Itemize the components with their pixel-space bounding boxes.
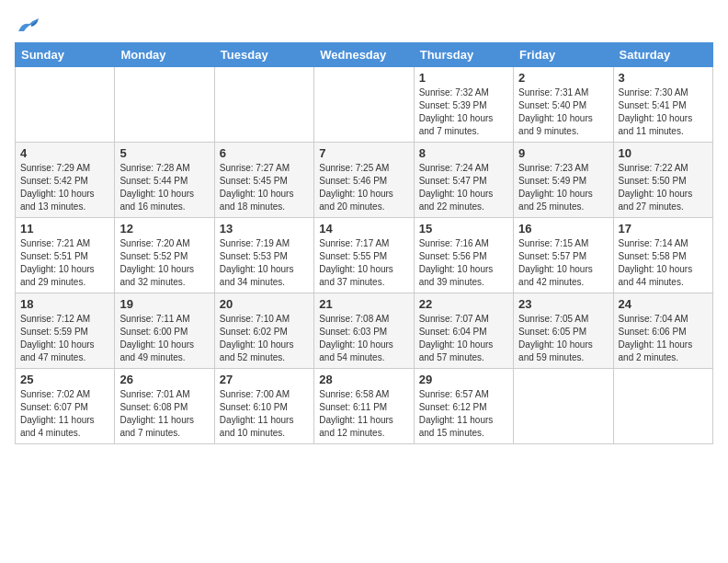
calendar-cell: 14Sunrise: 7:17 AMSunset: 5:55 PMDayligh… bbox=[314, 218, 414, 293]
day-number: 3 bbox=[619, 71, 708, 85]
day-info: Sunrise: 7:21 AMSunset: 5:51 PMDaylight:… bbox=[20, 237, 109, 289]
day-number: 17 bbox=[619, 222, 708, 236]
calendar-cell: 26Sunrise: 7:01 AMSunset: 6:08 PMDayligh… bbox=[115, 369, 214, 444]
day-of-week-header: Saturday bbox=[613, 43, 712, 67]
day-number: 16 bbox=[518, 222, 608, 236]
calendar-cell: 13Sunrise: 7:19 AMSunset: 5:53 PMDayligh… bbox=[214, 218, 313, 293]
calendar-cell: 10Sunrise: 7:22 AMSunset: 5:50 PMDayligh… bbox=[613, 143, 712, 218]
day-number: 27 bbox=[220, 373, 309, 386]
day-info: Sunrise: 7:02 AMSunset: 6:07 PMDaylight:… bbox=[20, 388, 109, 440]
calendar-cell bbox=[115, 67, 214, 143]
day-number: 29 bbox=[419, 373, 508, 386]
day-info: Sunrise: 6:57 AMSunset: 6:12 PMDaylight:… bbox=[419, 388, 508, 440]
day-info: Sunrise: 7:19 AMSunset: 5:53 PMDaylight:… bbox=[220, 237, 309, 289]
calendar-cell: 1Sunrise: 7:32 AMSunset: 5:39 PMDaylight… bbox=[414, 67, 513, 143]
day-number: 24 bbox=[619, 297, 708, 311]
day-info: Sunrise: 7:28 AMSunset: 5:44 PMDaylight:… bbox=[119, 162, 209, 213]
day-of-week-header: Friday bbox=[514, 43, 613, 67]
calendar-week-row: 18Sunrise: 7:12 AMSunset: 5:59 PMDayligh… bbox=[16, 293, 713, 369]
day-number: 25 bbox=[20, 373, 109, 386]
calendar-cell: 11Sunrise: 7:21 AMSunset: 5:51 PMDayligh… bbox=[16, 218, 115, 293]
day-number: 13 bbox=[220, 222, 309, 236]
calendar-cell bbox=[16, 67, 115, 143]
day-of-week-header: Tuesday bbox=[214, 43, 313, 67]
calendar-cell: 19Sunrise: 7:11 AMSunset: 6:00 PMDayligh… bbox=[115, 293, 214, 369]
day-info: Sunrise: 7:32 AMSunset: 5:39 PMDaylight:… bbox=[419, 86, 508, 138]
calendar-cell bbox=[214, 67, 313, 143]
calendar-cell: 6Sunrise: 7:27 AMSunset: 5:45 PMDaylight… bbox=[214, 143, 313, 218]
day-number: 21 bbox=[319, 297, 408, 311]
day-number: 12 bbox=[119, 222, 209, 236]
day-info: Sunrise: 7:23 AMSunset: 5:49 PMDaylight:… bbox=[518, 162, 608, 213]
calendar-cell: 2Sunrise: 7:31 AMSunset: 5:40 PMDaylight… bbox=[514, 67, 613, 143]
calendar-header-row: SundayMondayTuesdayWednesdayThursdayFrid… bbox=[16, 43, 713, 67]
calendar-cell: 9Sunrise: 7:23 AMSunset: 5:49 PMDaylight… bbox=[514, 143, 613, 218]
logo bbox=[15, 15, 44, 35]
day-info: Sunrise: 7:04 AMSunset: 6:06 PMDaylight:… bbox=[619, 313, 708, 364]
day-number: 1 bbox=[419, 71, 508, 85]
calendar-cell: 15Sunrise: 7:16 AMSunset: 5:56 PMDayligh… bbox=[414, 218, 513, 293]
day-number: 9 bbox=[518, 146, 608, 160]
calendar-cell: 20Sunrise: 7:10 AMSunset: 6:02 PMDayligh… bbox=[214, 293, 313, 369]
calendar-cell bbox=[314, 67, 414, 143]
day-number: 18 bbox=[20, 297, 109, 311]
day-info: Sunrise: 7:10 AMSunset: 6:02 PMDaylight:… bbox=[220, 313, 309, 364]
day-info: Sunrise: 7:29 AMSunset: 5:42 PMDaylight:… bbox=[20, 162, 109, 213]
day-number: 14 bbox=[319, 222, 408, 236]
day-number: 15 bbox=[419, 222, 508, 236]
day-info: Sunrise: 7:01 AMSunset: 6:08 PMDaylight:… bbox=[119, 388, 209, 440]
calendar-cell: 5Sunrise: 7:28 AMSunset: 5:44 PMDaylight… bbox=[115, 143, 214, 218]
calendar-cell: 7Sunrise: 7:25 AMSunset: 5:46 PMDaylight… bbox=[314, 143, 414, 218]
day-number: 4 bbox=[20, 146, 109, 160]
calendar-cell: 21Sunrise: 7:08 AMSunset: 6:03 PMDayligh… bbox=[314, 293, 414, 369]
day-info: Sunrise: 7:30 AMSunset: 5:41 PMDaylight:… bbox=[619, 86, 708, 138]
day-info: Sunrise: 7:15 AMSunset: 5:57 PMDaylight:… bbox=[518, 237, 608, 289]
calendar-cell: 3Sunrise: 7:30 AMSunset: 5:41 PMDaylight… bbox=[613, 67, 712, 143]
day-info: Sunrise: 7:08 AMSunset: 6:03 PMDaylight:… bbox=[319, 313, 408, 364]
day-number: 23 bbox=[518, 297, 608, 311]
calendar-cell: 16Sunrise: 7:15 AMSunset: 5:57 PMDayligh… bbox=[514, 218, 613, 293]
page-header bbox=[15, 15, 713, 35]
day-of-week-header: Monday bbox=[115, 43, 214, 67]
day-info: Sunrise: 7:20 AMSunset: 5:52 PMDaylight:… bbox=[119, 237, 209, 289]
day-number: 10 bbox=[619, 146, 708, 160]
logo-bird-icon bbox=[15, 15, 40, 35]
day-info: Sunrise: 7:16 AMSunset: 5:56 PMDaylight:… bbox=[419, 237, 508, 289]
day-info: Sunrise: 7:11 AMSunset: 6:00 PMDaylight:… bbox=[119, 313, 209, 364]
day-number: 28 bbox=[319, 373, 408, 386]
calendar-cell: 17Sunrise: 7:14 AMSunset: 5:58 PMDayligh… bbox=[613, 218, 712, 293]
day-info: Sunrise: 7:12 AMSunset: 5:59 PMDaylight:… bbox=[20, 313, 109, 364]
day-number: 26 bbox=[119, 373, 209, 386]
day-number: 6 bbox=[220, 146, 309, 160]
calendar-cell: 23Sunrise: 7:05 AMSunset: 6:05 PMDayligh… bbox=[514, 293, 613, 369]
day-info: Sunrise: 7:24 AMSunset: 5:47 PMDaylight:… bbox=[419, 162, 508, 213]
day-number: 20 bbox=[220, 297, 309, 311]
day-number: 8 bbox=[419, 146, 508, 160]
calendar-cell: 24Sunrise: 7:04 AMSunset: 6:06 PMDayligh… bbox=[613, 293, 712, 369]
calendar-cell: 27Sunrise: 7:00 AMSunset: 6:10 PMDayligh… bbox=[214, 369, 313, 444]
calendar-week-row: 4Sunrise: 7:29 AMSunset: 5:42 PMDaylight… bbox=[16, 143, 713, 218]
calendar-cell: 18Sunrise: 7:12 AMSunset: 5:59 PMDayligh… bbox=[16, 293, 115, 369]
calendar-cell: 25Sunrise: 7:02 AMSunset: 6:07 PMDayligh… bbox=[16, 369, 115, 444]
day-of-week-header: Sunday bbox=[16, 43, 115, 67]
calendar-cell bbox=[613, 369, 712, 444]
day-number: 5 bbox=[119, 146, 209, 160]
day-number: 11 bbox=[20, 222, 109, 236]
calendar-week-row: 11Sunrise: 7:21 AMSunset: 5:51 PMDayligh… bbox=[16, 218, 713, 293]
day-number: 19 bbox=[119, 297, 209, 311]
calendar-week-row: 25Sunrise: 7:02 AMSunset: 6:07 PMDayligh… bbox=[16, 369, 713, 444]
day-number: 22 bbox=[419, 297, 508, 311]
calendar-week-row: 1Sunrise: 7:32 AMSunset: 5:39 PMDaylight… bbox=[16, 67, 713, 143]
day-info: Sunrise: 7:22 AMSunset: 5:50 PMDaylight:… bbox=[619, 162, 708, 213]
calendar-cell: 29Sunrise: 6:57 AMSunset: 6:12 PMDayligh… bbox=[414, 369, 513, 444]
day-of-week-header: Wednesday bbox=[314, 43, 414, 67]
day-info: Sunrise: 6:58 AMSunset: 6:11 PMDaylight:… bbox=[319, 388, 408, 440]
day-info: Sunrise: 7:05 AMSunset: 6:05 PMDaylight:… bbox=[518, 313, 608, 364]
calendar-cell: 8Sunrise: 7:24 AMSunset: 5:47 PMDaylight… bbox=[414, 143, 513, 218]
day-number: 7 bbox=[319, 146, 408, 160]
day-info: Sunrise: 7:27 AMSunset: 5:45 PMDaylight:… bbox=[220, 162, 309, 213]
day-number: 2 bbox=[518, 71, 608, 85]
calendar-cell bbox=[514, 369, 613, 444]
day-info: Sunrise: 7:00 AMSunset: 6:10 PMDaylight:… bbox=[220, 388, 309, 440]
day-info: Sunrise: 7:17 AMSunset: 5:55 PMDaylight:… bbox=[319, 237, 408, 289]
